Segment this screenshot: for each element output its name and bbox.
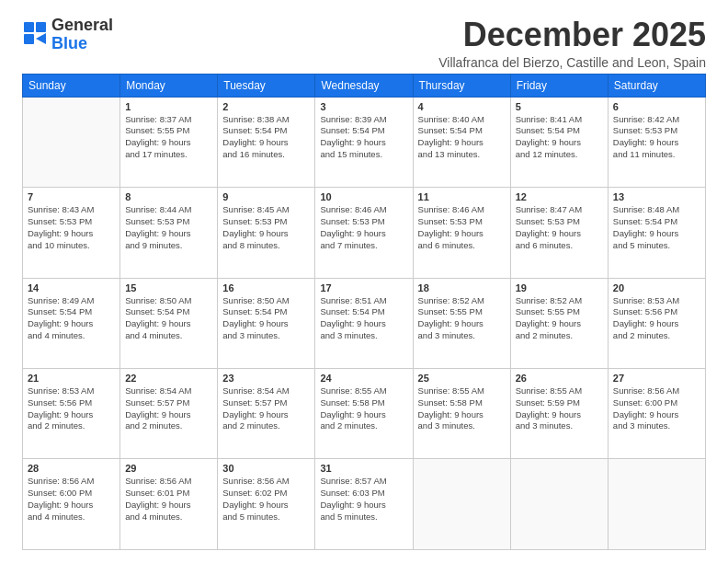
day-number: 13 [613,191,700,202]
weekday-header-monday: Monday [120,74,218,97]
weekday-header-saturday: Saturday [608,74,705,97]
table-row: 29Sunrise: 8:56 AMSunset: 6:01 PMDayligh… [120,459,218,550]
title-area: December 2025 Villafranca del Bierzo, Ca… [438,17,706,70]
month-title: December 2025 [438,17,706,53]
day-number: 16 [222,282,310,293]
day-number: 22 [125,373,212,384]
day-info: Sunrise: 8:48 AMSunset: 5:54 PMDaylight:… [613,204,700,251]
day-info: Sunrise: 8:52 AMSunset: 5:55 PMDaylight:… [516,295,603,342]
table-row: 3Sunrise: 8:39 AMSunset: 5:54 PMDaylight… [315,97,413,187]
table-row: 19Sunrise: 8:52 AMSunset: 5:55 PMDayligh… [510,278,608,368]
day-info: Sunrise: 8:50 AMSunset: 5:54 PMDaylight:… [125,295,212,342]
table-row: 1Sunrise: 8:37 AMSunset: 5:55 PMDaylight… [120,97,218,187]
day-info: Sunrise: 8:46 AMSunset: 5:53 PMDaylight:… [418,204,506,251]
day-info: Sunrise: 8:55 AMSunset: 5:58 PMDaylight:… [418,385,506,432]
day-info: Sunrise: 8:57 AMSunset: 6:03 PMDaylight:… [320,476,407,523]
day-number: 19 [516,282,603,293]
day-info: Sunrise: 8:52 AMSunset: 5:55 PMDaylight:… [418,295,506,342]
table-row [413,459,510,550]
table-row: 6Sunrise: 8:42 AMSunset: 5:53 PMDaylight… [608,97,705,187]
svg-rect-2 [24,34,34,44]
day-number: 18 [418,282,506,293]
day-number: 6 [613,101,700,112]
day-info: Sunrise: 8:55 AMSunset: 5:58 PMDaylight:… [320,385,407,432]
day-info: Sunrise: 8:44 AMSunset: 5:53 PMDaylight:… [125,204,212,251]
day-number: 25 [418,373,506,384]
day-info: Sunrise: 8:43 AMSunset: 5:53 PMDaylight:… [28,204,115,251]
weekday-header-wednesday: Wednesday [315,74,413,97]
table-row: 16Sunrise: 8:50 AMSunset: 5:54 PMDayligh… [218,278,315,368]
table-row: 23Sunrise: 8:54 AMSunset: 5:57 PMDayligh… [218,369,315,459]
table-row: 30Sunrise: 8:56 AMSunset: 6:02 PMDayligh… [218,459,315,550]
weekday-header-sunday: Sunday [23,74,120,97]
day-info: Sunrise: 8:51 AMSunset: 5:54 PMDaylight:… [320,295,407,342]
table-row: 8Sunrise: 8:44 AMSunset: 5:53 PMDaylight… [120,188,218,278]
svg-rect-0 [24,22,34,32]
table-row: 5Sunrise: 8:41 AMSunset: 5:54 PMDaylight… [510,97,608,187]
weekday-header-row: SundayMondayTuesdayWednesdayThursdayFrid… [23,74,706,97]
day-info: Sunrise: 8:54 AMSunset: 5:57 PMDaylight:… [125,385,212,432]
day-number: 28 [28,463,115,474]
calendar-week-4: 21Sunrise: 8:53 AMSunset: 5:56 PMDayligh… [23,369,706,459]
day-number: 30 [222,463,310,474]
day-info: Sunrise: 8:56 AMSunset: 6:01 PMDaylight:… [125,476,212,523]
day-info: Sunrise: 8:56 AMSunset: 6:00 PMDaylight:… [28,476,115,523]
day-number: 4 [418,101,506,112]
calendar-table: SundayMondayTuesdayWednesdayThursdayFrid… [22,74,706,550]
day-number: 26 [516,373,603,384]
day-number: 9 [222,191,310,202]
table-row: 12Sunrise: 8:47 AMSunset: 5:53 PMDayligh… [510,188,608,278]
day-info: Sunrise: 8:47 AMSunset: 5:53 PMDaylight:… [516,204,603,251]
day-number: 5 [516,101,603,112]
table-row: 13Sunrise: 8:48 AMSunset: 5:54 PMDayligh… [608,188,705,278]
day-info: Sunrise: 8:55 AMSunset: 5:59 PMDaylight:… [516,385,603,432]
table-row: 17Sunrise: 8:51 AMSunset: 5:54 PMDayligh… [315,278,413,368]
table-row: 2Sunrise: 8:38 AMSunset: 5:54 PMDaylight… [218,97,315,187]
calendar-week-5: 28Sunrise: 8:56 AMSunset: 6:00 PMDayligh… [23,459,706,550]
table-row: 22Sunrise: 8:54 AMSunset: 5:57 PMDayligh… [120,369,218,459]
table-row: 14Sunrise: 8:49 AMSunset: 5:54 PMDayligh… [23,278,120,368]
table-row: 20Sunrise: 8:53 AMSunset: 5:56 PMDayligh… [608,278,705,368]
day-number: 2 [222,101,310,112]
logo-text: General Blue [51,17,113,53]
day-info: Sunrise: 8:56 AMSunset: 6:02 PMDaylight:… [222,476,310,523]
calendar-week-3: 14Sunrise: 8:49 AMSunset: 5:54 PMDayligh… [23,278,706,368]
day-number: 17 [320,282,407,293]
table-row: 31Sunrise: 8:57 AMSunset: 6:03 PMDayligh… [315,459,413,550]
day-info: Sunrise: 8:53 AMSunset: 5:56 PMDaylight:… [613,295,700,342]
day-number: 7 [28,191,115,202]
table-row: 18Sunrise: 8:52 AMSunset: 5:55 PMDayligh… [413,278,510,368]
table-row: 10Sunrise: 8:46 AMSunset: 5:53 PMDayligh… [315,188,413,278]
weekday-header-friday: Friday [510,74,608,97]
day-number: 31 [320,463,407,474]
table-row: 24Sunrise: 8:55 AMSunset: 5:58 PMDayligh… [315,369,413,459]
table-row: 28Sunrise: 8:56 AMSunset: 6:00 PMDayligh… [23,459,120,550]
day-number: 23 [222,373,310,384]
day-number: 1 [125,101,212,112]
table-row: 9Sunrise: 8:45 AMSunset: 5:53 PMDaylight… [218,188,315,278]
weekday-header-tuesday: Tuesday [218,74,315,97]
table-row: 15Sunrise: 8:50 AMSunset: 5:54 PMDayligh… [120,278,218,368]
table-row: 27Sunrise: 8:56 AMSunset: 6:00 PMDayligh… [608,369,705,459]
day-info: Sunrise: 8:46 AMSunset: 5:53 PMDaylight:… [320,204,407,251]
table-row: 7Sunrise: 8:43 AMSunset: 5:53 PMDaylight… [23,188,120,278]
day-number: 3 [320,101,407,112]
day-info: Sunrise: 8:49 AMSunset: 5:54 PMDaylight:… [28,295,115,342]
logo-area: General Blue [22,17,113,53]
table-row: 21Sunrise: 8:53 AMSunset: 5:56 PMDayligh… [23,369,120,459]
svg-marker-3 [36,33,46,44]
calendar-header: SundayMondayTuesdayWednesdayThursdayFrid… [23,74,706,97]
table-row [510,459,608,550]
weekday-header-thursday: Thursday [413,74,510,97]
logo-blue: Blue [51,34,87,52]
day-info: Sunrise: 8:38 AMSunset: 5:54 PMDaylight:… [222,114,310,161]
day-info: Sunrise: 8:53 AMSunset: 5:56 PMDaylight:… [28,385,115,432]
table-row [23,97,120,187]
table-row: 4Sunrise: 8:40 AMSunset: 5:54 PMDaylight… [413,97,510,187]
day-info: Sunrise: 8:41 AMSunset: 5:54 PMDaylight:… [516,114,603,161]
table-row: 26Sunrise: 8:55 AMSunset: 5:59 PMDayligh… [510,369,608,459]
calendar-body: 1Sunrise: 8:37 AMSunset: 5:55 PMDaylight… [23,97,706,549]
logo-general: General [51,16,113,34]
day-info: Sunrise: 8:50 AMSunset: 5:54 PMDaylight:… [222,295,310,342]
day-number: 21 [28,373,115,384]
